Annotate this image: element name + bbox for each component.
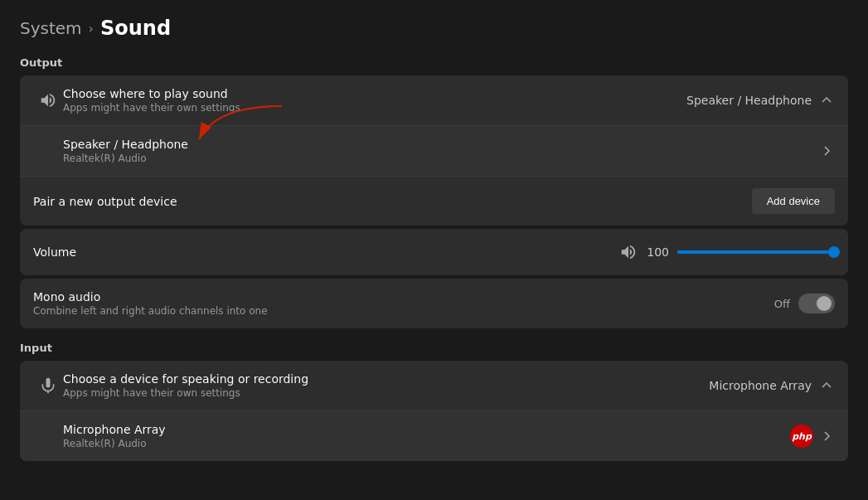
mono-card: Mono audio Combine left and right audio … <box>20 279 848 328</box>
choose-output-sub: Apps might have their own settings <box>63 102 686 114</box>
speaker-headphone-content: Speaker / Headphone Realtek(R) Audio <box>63 138 818 164</box>
choose-output-content: Choose where to play sound Apps might ha… <box>63 87 686 114</box>
add-output-device-button[interactable]: Add device <box>752 188 835 214</box>
volume-card: Volume 100 <box>20 229 848 275</box>
mono-sub: Combine left and right audio channels in… <box>33 305 774 317</box>
mono-state-label: Off <box>774 298 790 310</box>
mono-audio-toggle[interactable] <box>798 294 835 313</box>
choose-input-sub: Apps might have their own settings <box>63 387 709 399</box>
breadcrumb-system[interactable]: System <box>20 18 82 38</box>
pair-output-title: Pair a new output device <box>33 195 752 208</box>
volume-row: Volume 100 <box>20 229 848 275</box>
choose-input-row[interactable]: Choose a device for speaking or recordin… <box>20 361 848 411</box>
breadcrumb-separator: › <box>89 21 94 36</box>
input-chevron-up-icon[interactable] <box>818 377 835 394</box>
output-chevron-up-icon[interactable] <box>818 92 835 109</box>
input-section-label: Input <box>20 342 848 354</box>
volume-value: 100 <box>646 245 669 259</box>
volume-slider-fill <box>677 250 828 254</box>
speaker-headphone-sub: Realtek(R) Audio <box>63 153 818 164</box>
speaker-headphone-title: Speaker / Headphone <box>63 138 818 151</box>
pair-output-row: Pair a new output device Add device <box>20 177 848 226</box>
choose-input-content: Choose a device for speaking or recordin… <box>63 372 709 399</box>
mono-right: Off <box>774 294 835 313</box>
php-badge: php <box>790 425 813 448</box>
pair-output-content: Pair a new output device <box>33 195 752 208</box>
mic-array-right: php <box>790 425 835 448</box>
speaker-headphone-row[interactable]: Speaker / Headphone Realtek(R) Audio <box>20 126 848 177</box>
input-card: Choose a device for speaking or recordin… <box>20 361 848 461</box>
mic-array-chevron-right-icon[interactable] <box>818 428 835 444</box>
choose-output-row[interactable]: Choose where to play sound Apps might ha… <box>20 75 848 126</box>
choose-output-title: Choose where to play sound <box>63 87 686 100</box>
input-device-label: Microphone Array <box>709 379 812 392</box>
choose-input-title: Choose a device for speaking or recordin… <box>63 372 709 386</box>
output-device-label: Speaker / Headphone <box>686 94 812 107</box>
volume-right: 100 <box>619 243 835 261</box>
choose-output-right: Speaker / Headphone <box>686 92 835 109</box>
mono-toggle-thumb <box>817 296 832 311</box>
choose-input-right: Microphone Array <box>709 377 835 394</box>
speaker-icon <box>33 91 63 109</box>
mono-title: Mono audio <box>33 290 774 303</box>
breadcrumb-current: Sound <box>100 17 171 40</box>
volume-speaker-icon <box>619 243 638 261</box>
mic-array-sub: Realtek(R) Audio <box>63 438 790 449</box>
volume-label: Volume <box>33 245 619 259</box>
volume-slider-thumb <box>828 246 840 258</box>
mono-content: Mono audio Combine left and right audio … <box>33 290 774 317</box>
output-section-label: Output <box>20 56 848 69</box>
mic-icon <box>33 377 63 394</box>
volume-slider[interactable] <box>677 250 835 254</box>
mic-array-title: Microphone Array <box>63 423 790 436</box>
mono-row: Mono audio Combine left and right audio … <box>20 279 848 328</box>
pair-output-right: Add device <box>752 188 835 214</box>
output-card: Choose where to play sound Apps might ha… <box>20 75 848 226</box>
mic-array-content: Microphone Array Realtek(R) Audio <box>63 423 790 449</box>
mic-array-row[interactable]: Microphone Array Realtek(R) Audio php <box>20 411 848 461</box>
speaker-chevron-right-icon[interactable] <box>818 143 835 159</box>
breadcrumb: System › Sound <box>20 17 848 40</box>
